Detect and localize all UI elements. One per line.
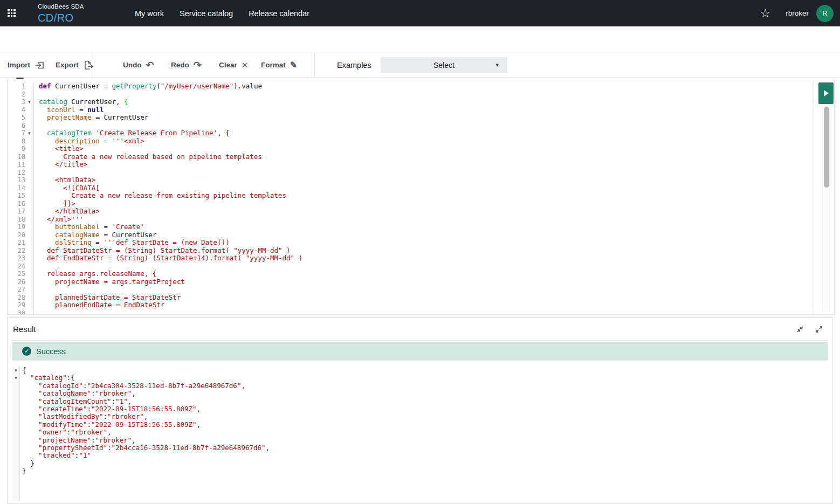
code-text[interactable]: </title> xyxy=(34,161,87,169)
line-number: 13 xyxy=(8,176,25,184)
editor-line[interactable]: 8 description = '''<xml> xyxy=(8,137,834,146)
app-grid-icon[interactable] xyxy=(8,9,16,17)
line-number: 26 xyxy=(8,278,25,286)
fold-arrow-icon[interactable]: ▾ xyxy=(25,98,34,106)
editor-line[interactable]: 19 buttonLabel = 'Create' xyxy=(8,223,834,231)
run-button[interactable] xyxy=(818,82,834,104)
fold-gutter xyxy=(12,390,19,397)
editor-line[interactable]: 28 plannedStartDate = StartDateStr xyxy=(8,294,834,302)
nav-item-service-catalog[interactable]: Service catalog xyxy=(180,9,233,18)
examples-select-value: Select xyxy=(433,61,455,70)
format-button[interactable]: Format ✎ xyxy=(261,52,297,78)
editor-line[interactable]: 10 Create a new released based on pipeli… xyxy=(8,153,834,161)
code-text[interactable] xyxy=(34,263,39,271)
editor-line[interactable]: 21 dslString = '''def StartDate = (new D… xyxy=(8,239,834,247)
line-number: 20 xyxy=(8,231,25,239)
code-text[interactable]: buttonLabel = 'Create' xyxy=(34,223,144,231)
fold-gutter xyxy=(25,294,34,302)
collapse-icon[interactable] xyxy=(796,325,804,334)
code-text[interactable]: ]]> xyxy=(34,200,75,208)
code-text[interactable]: dslString = '''def StartDate = (new Date… xyxy=(34,239,230,247)
editor-line[interactable]: 7▾ catalogItem 'Create Release From Pipe… xyxy=(8,129,834,137)
import-icon xyxy=(35,60,45,70)
examples-select[interactable]: Select ▾ xyxy=(381,57,507,73)
editor-line[interactable]: 24 xyxy=(8,263,834,271)
brand-logo[interactable]: CloudBees SDA CD/RO xyxy=(38,4,84,23)
editor-line[interactable]: 13 <htmlData> xyxy=(8,176,834,184)
code-text[interactable] xyxy=(34,286,39,294)
editor-line[interactable]: 30 xyxy=(8,309,834,315)
editor-line[interactable]: 26 projectName = args.targetProject xyxy=(8,278,834,286)
code-text[interactable]: def StartDateStr = (String) StartDate.fo… xyxy=(34,247,291,255)
code-text[interactable]: projectName = args.targetProject xyxy=(34,278,185,286)
editor-line[interactable]: 18 </xml>''' xyxy=(8,216,834,224)
result-json-viewer[interactable]: ▾{▾ "catalog":{ "catalogId":"2b4ca304-35… xyxy=(8,367,832,501)
code-text[interactable]: release args.releaseName, { xyxy=(34,270,156,278)
code-text[interactable]: catalog CurrentUser, { xyxy=(34,98,128,106)
code-text[interactable]: description = '''<xml> xyxy=(34,137,144,146)
editor-line[interactable]: 25 release args.releaseName, { xyxy=(8,270,834,278)
undo-icon: ↶ xyxy=(146,60,154,70)
editor-line[interactable]: 16 ]]> xyxy=(8,200,834,208)
editor-line[interactable]: 9 <title> xyxy=(8,145,834,153)
code-text[interactable] xyxy=(34,122,39,130)
code-text[interactable]: </htmlData> xyxy=(34,208,100,216)
star-icon[interactable]: ☆ xyxy=(760,8,771,19)
json-text: "catalogId":"2b4ca304-3528-11ed-8b7f-a29… xyxy=(19,382,245,390)
editor-line[interactable]: 15 Create a new release from existing pi… xyxy=(8,192,834,200)
clear-button[interactable]: Clear ✕ xyxy=(219,52,248,78)
fold-arrow-icon[interactable]: ▾ xyxy=(12,367,19,374)
editor-line[interactable]: 29 plannedEndDate = EndDateStr xyxy=(8,301,834,309)
editor-line[interactable]: 22 def StartDateStr = (String) StartDate… xyxy=(8,247,834,255)
editor-line[interactable]: 2 xyxy=(8,91,834,99)
export-button[interactable]: Export xyxy=(56,52,94,78)
redo-button[interactable]: Redo ↷ xyxy=(171,52,202,78)
dsl-code-editor[interactable]: 1def CurrentUser = getProperty("/myUser/… xyxy=(7,80,835,315)
editor-line[interactable]: 1def CurrentUser = getProperty("/myUser/… xyxy=(8,82,834,91)
fold-gutter xyxy=(25,208,34,216)
editor-line[interactable]: 17 </htmlData> xyxy=(8,208,834,216)
user-name[interactable]: rbroker xyxy=(786,9,809,17)
editor-line[interactable]: 11 </title> xyxy=(8,161,834,169)
editor-line[interactable]: 12 xyxy=(8,169,834,177)
editor-line[interactable]: 23 def EndDateStr = (String) (StartDate+… xyxy=(8,254,834,263)
code-text[interactable]: plannedStartDate = StartDateStr xyxy=(34,294,181,302)
avatar[interactable]: R xyxy=(816,5,834,22)
code-text[interactable]: plannedEndDate = EndDateStr xyxy=(34,301,164,309)
code-text[interactable]: Create a new release from existing pipel… xyxy=(34,192,286,200)
code-text[interactable]: projectName = CurrentUser xyxy=(34,114,148,122)
code-text[interactable]: </xml>''' xyxy=(34,216,84,224)
code-text[interactable] xyxy=(34,169,39,177)
fold-arrow-icon[interactable]: ▾ xyxy=(12,374,19,382)
json-text: "catalog":{ xyxy=(19,374,75,382)
code-text[interactable] xyxy=(34,309,39,315)
json-text: "modifyTime":"2022-09-15T18:56:55.809Z", xyxy=(19,421,201,429)
editor-line[interactable]: 27 xyxy=(8,286,834,294)
undo-button[interactable]: Undo ↶ xyxy=(123,52,154,78)
code-text[interactable]: catalogItem 'Create Release From Pipelin… xyxy=(34,129,230,137)
editor-line[interactable]: 20 catalogName = CurrentUser xyxy=(8,231,834,239)
editor-line[interactable]: 6 xyxy=(8,122,834,130)
code-text[interactable]: def CurrentUser = getProperty("/myUser/u… xyxy=(34,82,262,91)
code-text[interactable] xyxy=(34,91,39,99)
expand-icon[interactable] xyxy=(815,325,823,334)
code-text[interactable]: <htmlData> xyxy=(34,176,95,184)
editor-line[interactable]: 5 projectName = CurrentUser xyxy=(8,114,834,122)
code-text[interactable]: def EndDateStr = (String) (StartDate+14)… xyxy=(34,254,302,263)
code-text[interactable]: Create a new released based on pipeline … xyxy=(34,153,262,161)
editor-scrollbar-thumb[interactable] xyxy=(824,107,829,188)
fold-arrow-icon[interactable]: ▾ xyxy=(25,129,34,137)
editor-line[interactable]: 3▾catalog CurrentUser, { xyxy=(8,98,834,106)
nav-item-my-work[interactable]: My work xyxy=(135,9,164,18)
result-line: "catalogItemCount":"1", xyxy=(8,398,832,405)
code-text[interactable]: <![CDATA[ xyxy=(34,184,100,192)
code-text[interactable]: <title> xyxy=(34,145,84,153)
editor-line[interactable]: 4 iconUrl = null xyxy=(8,106,834,114)
line-number: 17 xyxy=(8,208,25,216)
import-button[interactable]: Import xyxy=(8,52,45,78)
editor-line[interactable]: 14 <![CDATA[ xyxy=(8,184,834,192)
line-number: 7 xyxy=(8,129,25,137)
code-text[interactable]: catalogName = CurrentUser xyxy=(34,231,156,239)
code-text[interactable]: iconUrl = null xyxy=(34,106,104,114)
nav-item-release-calendar[interactable]: Release calendar xyxy=(249,9,309,18)
